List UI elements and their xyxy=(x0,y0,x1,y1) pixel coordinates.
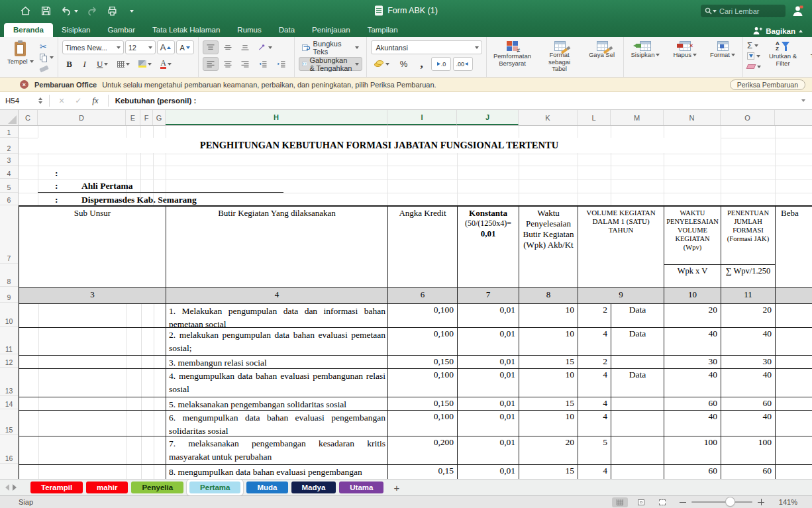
table-cell-formasi[interactable]: 60 xyxy=(721,397,776,411)
column-header-G[interactable]: G xyxy=(153,110,166,125)
table-cell-butir[interactable]: 6. mengumpulkan data bahan evaluasi peng… xyxy=(166,411,388,436)
table-cell-sub-unsur[interactable] xyxy=(19,411,166,436)
table-cell-konstanta[interactable]: 0,01 xyxy=(458,328,519,356)
table-cell-beban[interactable] xyxy=(776,436,812,465)
copy-button[interactable] xyxy=(40,52,54,63)
table-cell-wpv[interactable]: 20 xyxy=(664,304,721,328)
table-cell-beban[interactable] xyxy=(776,328,812,356)
page-break-view-button[interactable] xyxy=(654,497,670,507)
table-column-number[interactable]: 3 xyxy=(19,288,166,304)
font-color-button[interactable]: A xyxy=(156,57,176,71)
font-size-select[interactable]: 12 xyxy=(125,40,156,54)
row-header-5[interactable]: 5 xyxy=(0,179,18,193)
table-cell-sub-unsur[interactable] xyxy=(19,397,166,411)
check-updates-button[interactable]: Periksa Pembaruan xyxy=(730,79,805,90)
prev-sheet-icon[interactable] xyxy=(5,484,9,491)
search-input[interactable]: Cari Lembar xyxy=(701,5,786,17)
table-cell-volume[interactable]: 2 xyxy=(578,304,611,328)
column-header-I[interactable]: I xyxy=(387,110,457,125)
table-cell-konstanta[interactable]: 0,01 xyxy=(458,465,519,479)
ribbon-tab-data[interactable]: Data xyxy=(270,23,303,37)
table-cell-angka-kredit[interactable]: 0,200 xyxy=(388,436,458,465)
form-row-6-value[interactable]: Dispermasdes Kab. Semarang xyxy=(81,193,197,206)
align-left-button[interactable] xyxy=(203,57,219,71)
table-cell-butir[interactable]: 3. membangun relasi social xyxy=(166,356,388,369)
align-bottom-button[interactable] xyxy=(237,40,253,54)
normal-view-button[interactable] xyxy=(612,497,628,507)
zoom-slider-knob[interactable] xyxy=(726,497,735,506)
table-header-formasi-formula[interactable]: ∑ Wpv/1.250 xyxy=(721,265,776,288)
ribbon-tab-beranda[interactable]: Beranda xyxy=(4,23,53,37)
table-cell-beban[interactable] xyxy=(776,369,812,397)
table-cell-wpv[interactable]: 30 xyxy=(664,356,721,369)
percent-button[interactable]: % xyxy=(395,57,413,71)
table-cell-volume[interactable]: 4 xyxy=(578,411,611,436)
fill-color-button[interactable] xyxy=(135,57,155,71)
find-select-button[interactable]: Temukan & Pilih xyxy=(805,40,812,68)
table-cell-volume[interactable]: 4 xyxy=(578,328,611,356)
table-header-konstanta[interactable]: Konstanta(50/(1250x4)=0,01 xyxy=(458,207,519,288)
wrap-text-button[interactable]: Bungkus Teks xyxy=(299,40,362,54)
table-cell-satuan[interactable]: Data xyxy=(611,328,664,356)
table-cell-satuan[interactable]: Data xyxy=(611,304,664,328)
table-header-waktu[interactable]: Waktu Penyelesaian Butir Kegiatan (Wpk) … xyxy=(519,207,578,288)
column-header-L[interactable]: L xyxy=(578,110,611,125)
table-cell-wpv[interactable]: 60 xyxy=(664,397,721,411)
enter-icon[interactable]: ✓ xyxy=(75,96,81,105)
sheet-tab-utama[interactable]: Utama xyxy=(339,482,383,493)
table-header-wpv[interactable]: WAKTU PENYELESAIAN VOLUME KEGIATAN (Wpv) xyxy=(664,207,721,265)
column-header-N[interactable]: N xyxy=(664,110,721,125)
select-all-corner[interactable] xyxy=(0,110,19,126)
italic-button[interactable]: I xyxy=(78,57,91,71)
table-cell-wpk[interactable]: 10 xyxy=(519,304,578,328)
table-cell-formasi[interactable]: 20 xyxy=(721,304,776,328)
align-center-button[interactable] xyxy=(220,57,236,71)
table-cell-wpk[interactable]: 15 xyxy=(519,397,578,411)
table-cell-beban[interactable] xyxy=(776,356,812,369)
cancel-icon[interactable]: × xyxy=(59,95,64,106)
table-cell-formasi[interactable]: 40 xyxy=(721,328,776,356)
table-cell-angka-kredit[interactable]: 0,100 xyxy=(388,411,458,436)
sheet-title-cell[interactable]: PENGHITUNGAN KEBUTUHAN FORMASI JABATAN F… xyxy=(38,138,721,153)
table-cell-butir[interactable]: 5. melaksanakan pengembangan solidaritas… xyxy=(166,397,388,411)
form-row-5-colon[interactable]: : xyxy=(55,179,58,192)
merge-center-button[interactable]: Gabungkan & Tengahkan xyxy=(299,57,362,71)
conditional-formatting-button[interactable]: ≠ Pemformatan Bersyarat xyxy=(491,40,534,68)
table-cell-butir[interactable]: 2. melakukan pengumpulan data bahan eval… xyxy=(166,328,388,356)
table-cell-butir[interactable]: 8. mengumpulkan data bahan evaluasi peng… xyxy=(166,465,388,479)
cell-styles-button[interactable]: Gaya Sel xyxy=(585,40,619,60)
row-header-7[interactable]: 7 xyxy=(0,205,18,264)
table-header-beban[interactable]: Beba xyxy=(776,207,812,288)
autosum-button[interactable]: Σ xyxy=(747,40,761,50)
table-cell-wpv[interactable]: 60 xyxy=(664,465,721,479)
sheet-tab-terampil[interactable]: Terampil xyxy=(30,482,83,493)
table-cell-beban[interactable] xyxy=(776,397,812,411)
sheet-tab-muda[interactable]: Muda xyxy=(246,482,287,493)
table-cell-wpk[interactable]: 10 xyxy=(519,328,578,356)
underline-button[interactable]: U xyxy=(93,57,113,71)
table-column-number[interactable]: 6 xyxy=(388,288,458,304)
row-header-14[interactable]: 14 xyxy=(0,396,18,409)
table-cell-angka-kredit[interactable]: 0,150 xyxy=(388,356,458,369)
share-button[interactable]: Bagikan xyxy=(752,26,803,35)
column-header-E[interactable]: E xyxy=(126,110,140,125)
formula-content[interactable]: Kebutuhan (personil) : xyxy=(115,97,197,105)
table-cell-wpv[interactable]: 40 xyxy=(664,369,721,397)
table-cell-formasi[interactable]: 30 xyxy=(721,356,776,369)
table-header-volume[interactable]: VOLUME KEGIATAN DALAM 1 (SATU) TAHUN xyxy=(578,207,664,288)
table-cell-beban[interactable] xyxy=(776,304,812,328)
table-column-number[interactable]: 11 xyxy=(721,288,776,304)
row-header-4[interactable]: 4 xyxy=(0,166,18,179)
table-cell-satuan[interactable] xyxy=(611,397,664,411)
table-cell-sub-unsur[interactable] xyxy=(19,465,166,479)
fill-button[interactable] xyxy=(747,51,761,61)
table-cell-konstanta[interactable]: 0,01 xyxy=(458,397,519,411)
font-name-select[interactable]: Times New... xyxy=(62,40,124,54)
table-cell-satuan[interactable] xyxy=(611,411,664,436)
align-right-button[interactable] xyxy=(237,57,253,71)
table-cell-angka-kredit[interactable]: 0,100 xyxy=(388,369,458,397)
table-cell-wpv[interactable]: 40 xyxy=(664,328,721,356)
form-row-4-colon[interactable]: : xyxy=(55,167,58,179)
table-cell-sub-unsur[interactable] xyxy=(19,356,166,369)
table-cell-volume[interactable]: 4 xyxy=(578,397,611,411)
